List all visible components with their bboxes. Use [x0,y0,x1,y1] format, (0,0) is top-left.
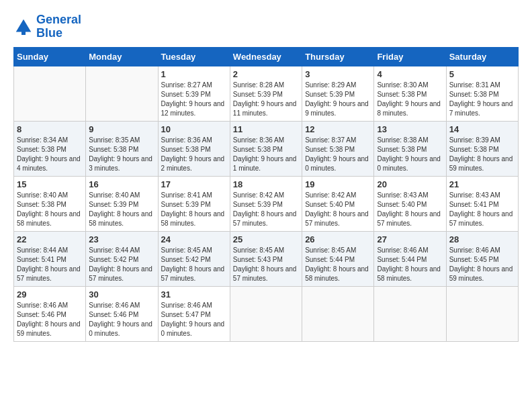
calendar-cell: 19 Sunrise: 8:42 AMSunset: 5:40 PMDaylig… [302,176,374,231]
header-day-tuesday: Tuesday [158,47,230,66]
day-info: Sunrise: 8:30 AMSunset: 5:38 PMDaylight:… [377,81,441,117]
calendar-cell: 2 Sunrise: 8:28 AMSunset: 5:39 PMDayligh… [230,66,302,121]
header-day-friday: Friday [374,47,446,66]
calendar-cell [86,66,158,121]
day-info: Sunrise: 8:36 AMSunset: 5:38 PMDaylight:… [233,136,297,172]
calendar-cell: 1 Sunrise: 8:27 AMSunset: 5:39 PMDayligh… [158,66,230,121]
day-info: Sunrise: 8:42 AMSunset: 5:39 PMDaylight:… [233,191,297,227]
day-info: Sunrise: 8:38 AMSunset: 5:38 PMDaylight:… [377,136,441,172]
logo: General Blue [13,13,81,40]
svg-marker-0 [16,19,32,32]
calendar-cell: 14 Sunrise: 8:39 AMSunset: 5:38 PMDaylig… [446,121,518,176]
calendar-cell: 12 Sunrise: 8:37 AMSunset: 5:38 PMDaylig… [302,121,374,176]
day-number: 5 [449,69,515,79]
calendar-table: SundayMondayTuesdayWednesdayThursdayFrid… [13,47,519,342]
calendar-cell: 21 Sunrise: 8:43 AMSunset: 5:41 PMDaylig… [446,176,518,231]
day-number: 2 [233,69,299,79]
calendar-cell: 31 Sunrise: 8:46 AMSunset: 5:47 PMDaylig… [158,286,230,341]
day-number: 29 [17,289,83,300]
calendar-week-3: 15 Sunrise: 8:40 AMSunset: 5:38 PMDaylig… [14,176,519,231]
day-number: 11 [233,124,299,134]
day-info: Sunrise: 8:44 AMSunset: 5:42 PMDaylight:… [89,246,152,282]
day-number: 31 [161,289,227,300]
day-number: 27 [377,234,443,244]
day-number: 3 [305,69,371,79]
calendar-cell: 8 Sunrise: 8:34 AMSunset: 5:38 PMDayligh… [14,121,86,176]
day-info: Sunrise: 8:45 AMSunset: 5:42 PMDaylight:… [161,246,225,282]
calendar-cell: 16 Sunrise: 8:40 AMSunset: 5:39 PMDaylig… [86,176,158,231]
calendar-cell: 17 Sunrise: 8:41 AMSunset: 5:39 PMDaylig… [158,176,230,231]
day-number: 13 [377,124,443,134]
day-info: Sunrise: 8:46 AMSunset: 5:44 PMDaylight:… [377,246,441,282]
day-info: Sunrise: 8:46 AMSunset: 5:47 PMDaylight:… [161,302,225,337]
calendar-cell: 24 Sunrise: 8:45 AMSunset: 5:42 PMDaylig… [158,231,230,286]
header-day-monday: Monday [86,47,158,66]
calendar-cell: 28 Sunrise: 8:46 AMSunset: 5:45 PMDaylig… [446,231,518,286]
day-number: 18 [233,179,299,189]
calendar-header: SundayMondayTuesdayWednesdayThursdayFrid… [14,47,519,66]
day-number: 12 [305,124,371,134]
day-info: Sunrise: 8:40 AMSunset: 5:38 PMDaylight:… [17,191,81,227]
day-number: 25 [233,234,299,244]
header-day-sunday: Sunday [14,47,86,66]
day-info: Sunrise: 8:28 AMSunset: 5:39 PMDaylight:… [233,81,297,117]
day-info: Sunrise: 8:31 AMSunset: 5:38 PMDaylight:… [449,81,513,117]
day-number: 23 [89,234,154,244]
header-day-saturday: Saturday [446,47,518,66]
calendar-cell: 4 Sunrise: 8:30 AMSunset: 5:38 PMDayligh… [374,66,446,121]
day-info: Sunrise: 8:41 AMSunset: 5:39 PMDaylight:… [161,191,225,227]
calendar-cell: 20 Sunrise: 8:43 AMSunset: 5:40 PMDaylig… [374,176,446,231]
calendar-body: 1 Sunrise: 8:27 AMSunset: 5:39 PMDayligh… [14,66,519,341]
logo-text: General Blue [36,13,81,40]
day-number: 20 [377,179,443,189]
day-info: Sunrise: 8:35 AMSunset: 5:38 PMDaylight:… [89,136,152,172]
calendar-week-2: 8 Sunrise: 8:34 AMSunset: 5:38 PMDayligh… [14,121,519,176]
day-number: 4 [377,69,443,79]
calendar-cell: 25 Sunrise: 8:45 AMSunset: 5:43 PMDaylig… [230,231,302,286]
calendar-week-4: 22 Sunrise: 8:44 AMSunset: 5:41 PMDaylig… [14,231,519,286]
calendar-cell [230,286,302,341]
calendar-cell: 15 Sunrise: 8:40 AMSunset: 5:38 PMDaylig… [14,176,86,231]
day-number: 8 [17,124,83,134]
calendar-cell: 13 Sunrise: 8:38 AMSunset: 5:38 PMDaylig… [374,121,446,176]
day-number: 21 [449,179,515,189]
day-number: 16 [89,179,154,189]
calendar-cell: 10 Sunrise: 8:36 AMSunset: 5:38 PMDaylig… [158,121,230,176]
calendar-cell: 23 Sunrise: 8:44 AMSunset: 5:42 PMDaylig… [86,231,158,286]
day-info: Sunrise: 8:34 AMSunset: 5:38 PMDaylight:… [17,136,81,172]
day-info: Sunrise: 8:27 AMSunset: 5:39 PMDaylight:… [161,81,225,117]
calendar-cell: 26 Sunrise: 8:45 AMSunset: 5:44 PMDaylig… [302,231,374,286]
day-number: 30 [89,289,154,300]
calendar-cell: 18 Sunrise: 8:42 AMSunset: 5:39 PMDaylig… [230,176,302,231]
calendar-cell: 30 Sunrise: 8:46 AMSunset: 5:46 PMDaylig… [86,286,158,341]
day-info: Sunrise: 8:45 AMSunset: 5:44 PMDaylight:… [305,246,369,282]
header: General Blue [13,13,519,40]
day-number: 9 [89,124,154,134]
calendar-cell: 9 Sunrise: 8:35 AMSunset: 5:38 PMDayligh… [86,121,158,176]
day-info: Sunrise: 8:46 AMSunset: 5:45 PMDaylight:… [449,246,513,282]
day-info: Sunrise: 8:46 AMSunset: 5:46 PMDaylight:… [89,302,152,337]
day-number: 26 [305,234,371,244]
calendar-cell: 3 Sunrise: 8:29 AMSunset: 5:39 PMDayligh… [302,66,374,121]
day-number: 24 [161,234,227,244]
calendar-cell [446,286,518,341]
calendar-cell: 5 Sunrise: 8:31 AMSunset: 5:38 PMDayligh… [446,66,518,121]
day-info: Sunrise: 8:37 AMSunset: 5:38 PMDaylight:… [305,136,369,172]
day-number: 10 [161,124,227,134]
header-day-thursday: Thursday [302,47,374,66]
day-number: 28 [449,234,515,244]
day-info: Sunrise: 8:29 AMSunset: 5:39 PMDaylight:… [305,81,369,117]
day-number: 1 [161,69,227,79]
calendar-cell: 11 Sunrise: 8:36 AMSunset: 5:38 PMDaylig… [230,121,302,176]
day-info: Sunrise: 8:36 AMSunset: 5:38 PMDaylight:… [161,136,225,172]
calendar-cell [14,66,86,121]
day-number: 14 [449,124,515,134]
calendar-cell [374,286,446,341]
calendar-week-5: 29 Sunrise: 8:46 AMSunset: 5:46 PMDaylig… [14,286,519,341]
day-info: Sunrise: 8:46 AMSunset: 5:46 PMDaylight:… [17,302,81,337]
day-info: Sunrise: 8:39 AMSunset: 5:38 PMDaylight:… [449,136,513,172]
day-info: Sunrise: 8:43 AMSunset: 5:41 PMDaylight:… [449,191,513,227]
day-number: 15 [17,179,83,189]
calendar-cell: 22 Sunrise: 8:44 AMSunset: 5:41 PMDaylig… [14,231,86,286]
day-info: Sunrise: 8:43 AMSunset: 5:40 PMDaylight:… [377,191,441,227]
